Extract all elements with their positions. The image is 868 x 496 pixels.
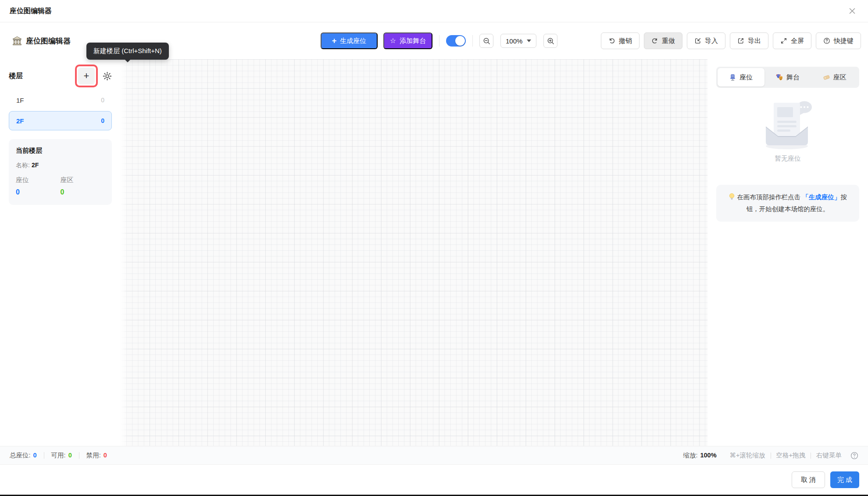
status-right-group: 缩放:100% ⌘+滚轮缩放 空格+拖拽 右键菜单 xyxy=(683,451,858,460)
grid-toggle[interactable] xyxy=(446,35,466,47)
name-label: 名称: xyxy=(16,162,30,169)
plus-icon: + xyxy=(332,37,337,45)
toolbar-divider xyxy=(472,35,473,47)
done-button[interactable]: 完 成 xyxy=(830,471,859,488)
hint-divider xyxy=(811,453,811,459)
current-floor-stats: 座位 0 座区 0 xyxy=(16,176,105,196)
floor-name: 2F xyxy=(16,117,24,125)
import-button[interactable]: 导入 xyxy=(687,32,725,49)
hint-wheel-zoom: ⌘+滚轮缩放 xyxy=(730,451,765,460)
name-value: 2F xyxy=(32,162,39,169)
shortcuts-icon xyxy=(823,37,830,44)
star-icon: ☆ xyxy=(390,37,396,44)
zoom-status-value: 100% xyxy=(700,452,716,459)
current-floor-name-row: 名称:2F xyxy=(16,162,105,169)
floor-seat-count: 0 xyxy=(101,117,104,124)
zoom-level-select[interactable]: 100% xyxy=(500,34,536,48)
cancel-button[interactable]: 取 消 xyxy=(792,471,825,488)
zoom-in-button[interactable] xyxy=(543,34,557,48)
zones-value: 0 xyxy=(61,188,105,196)
hint-space-drag: 空格+拖拽 xyxy=(776,451,805,460)
plus-icon: + xyxy=(84,70,89,82)
seats-label: 座位 xyxy=(16,176,61,184)
redo-icon xyxy=(651,37,658,44)
masks-icon xyxy=(776,74,783,81)
undo-button[interactable]: 撤销 xyxy=(601,32,639,49)
floors-header: 楼层 + xyxy=(9,64,112,88)
export-button[interactable]: 导出 xyxy=(730,32,768,49)
tip-text-prefix: 在画布顶部操作栏点击 xyxy=(737,194,802,201)
toolbar-center-group: + 生成座位 ☆ 添加舞台 100% xyxy=(321,22,557,59)
floors-label: 楼层 xyxy=(9,72,23,81)
help-icon[interactable] xyxy=(850,452,858,460)
redo-button[interactable]: 重做 xyxy=(644,32,682,49)
hint-context-menu: 右键菜单 xyxy=(816,451,842,460)
inspector-panel: 座位 舞台 xyxy=(707,59,868,446)
export-icon xyxy=(737,37,744,44)
bulb-icon xyxy=(729,193,735,201)
close-icon[interactable] xyxy=(846,5,858,17)
app-brand: 座位图编辑器 xyxy=(12,22,71,59)
tab-stage[interactable]: 舞台 xyxy=(764,68,811,86)
empty-state: 暂无座位 xyxy=(716,98,859,163)
floor-settings-button[interactable] xyxy=(103,72,112,81)
tab-zones[interactable]: 座区 xyxy=(811,68,858,86)
fullscreen-icon xyxy=(780,37,787,44)
floors-sidebar: 楼层 + xyxy=(0,59,121,446)
caret-down-icon xyxy=(527,40,531,42)
seats-stat: 座位 0 xyxy=(16,176,61,196)
hint-divider xyxy=(771,453,771,459)
highlight-ring: + xyxy=(75,65,98,87)
inspector-tabs: 座位 舞台 xyxy=(716,67,859,88)
gear-icon xyxy=(103,72,112,81)
total-seats-stat: 总座位:0 xyxy=(10,451,37,460)
available-seats-value: 0 xyxy=(68,452,72,459)
zoom-level-value: 100% xyxy=(506,37,522,45)
available-seats-stat: 可用:0 xyxy=(51,451,72,460)
current-floor-card: 当前楼层 名称:2F 座位 0 座区 0 xyxy=(9,139,112,205)
tip-generate-seats-link[interactable]: 「生成座位」 xyxy=(802,194,840,201)
zoom-in-icon xyxy=(547,37,554,45)
zoom-out-icon xyxy=(483,37,490,45)
disabled-seats-stat: 禁用:0 xyxy=(86,451,107,460)
current-floor-title: 当前楼层 xyxy=(16,147,105,155)
tag-icon xyxy=(823,74,830,81)
add-stage-button[interactable]: ☆ 添加舞台 xyxy=(383,32,432,49)
seat-icon xyxy=(729,74,736,81)
fullscreen-button[interactable]: 全屏 xyxy=(773,32,811,49)
total-seats-value: 0 xyxy=(33,452,37,459)
status-divider xyxy=(44,452,44,459)
status-divider xyxy=(79,452,79,459)
toggle-knob xyxy=(455,36,465,46)
floor-item-2f[interactable]: 2F 0 xyxy=(9,111,112,130)
toolbar-right-group: 撤销 重做 导入 导出 全屏 xyxy=(601,22,861,59)
import-icon xyxy=(694,37,701,44)
generate-seats-button[interactable]: + 生成座位 xyxy=(321,32,378,49)
zones-stat: 座区 0 xyxy=(61,176,105,196)
undo-icon xyxy=(608,37,615,44)
shortcuts-button[interactable]: 快捷键 xyxy=(816,32,861,49)
bank-icon xyxy=(12,36,22,46)
seats-value: 0 xyxy=(16,188,61,196)
toolbar-divider xyxy=(439,35,439,47)
app-title: 座位图编辑器 xyxy=(26,36,71,46)
add-floor-button[interactable]: + xyxy=(78,68,95,84)
tab-seats[interactable]: 座位 xyxy=(718,68,764,86)
modal-title: 座位图编辑器 xyxy=(10,7,52,16)
zoom-out-button[interactable] xyxy=(479,34,493,48)
tip-box: 在画布顶部操作栏点击 「生成座位」按钮，开始创建本场馆的座位。 xyxy=(716,185,859,222)
floor-item-1f[interactable]: 1F 0 xyxy=(9,90,112,110)
gesture-hints: ⌘+滚轮缩放 空格+拖拽 右键菜单 xyxy=(730,451,842,460)
zones-label: 座区 xyxy=(61,176,105,184)
tooltip-arrow xyxy=(125,59,131,62)
modal-title-bar: 座位图编辑器 xyxy=(0,0,868,22)
empty-inbox-icon xyxy=(755,98,821,150)
floor-list: 1F 0 2F 0 xyxy=(9,90,112,130)
disabled-seats-value: 0 xyxy=(104,452,107,459)
zoom-status: 缩放:100% xyxy=(683,451,716,460)
modal-footer: 取 消 完 成 xyxy=(0,464,868,495)
floor-seat-count: 0 xyxy=(101,97,104,104)
editor-main: 楼层 + xyxy=(0,59,868,446)
floor-name: 1F xyxy=(16,97,24,104)
seat-map-canvas[interactable] xyxy=(121,59,707,446)
